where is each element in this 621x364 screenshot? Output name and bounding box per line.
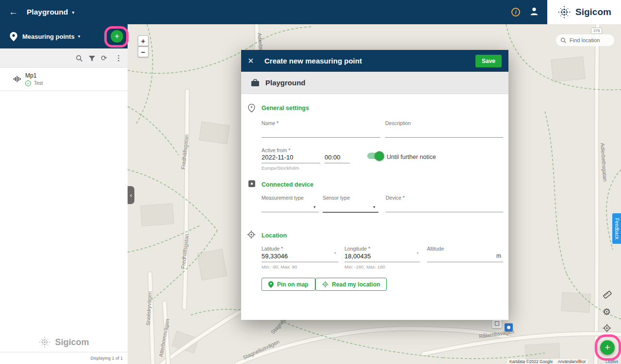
briefcase-icon — [251, 79, 260, 87]
topbar: ← Playground ▾ i — [0, 0, 621, 24]
collapse-icon: ‹ — [130, 191, 132, 199]
pin-on-map-label: Pin on map — [277, 281, 309, 288]
location-crosshair-icon — [247, 230, 256, 239]
active-from-label: Active from * — [261, 147, 291, 153]
altitude-label: Altitude — [427, 246, 444, 252]
sidebar-title[interactable]: Measuring points — [22, 33, 75, 40]
sensor-type-select[interactable] — [323, 212, 378, 213]
close-icon[interactable]: × — [248, 55, 260, 66]
chevron-down-icon[interactable]: ▾ — [313, 205, 316, 209]
my-location-button[interactable] — [603, 324, 611, 334]
toggle-thumb — [375, 151, 384, 161]
chevron-down-icon[interactable]: ▾ — [373, 205, 376, 209]
map-attribution: Kartdata ©2022 Google Användarvillkor — [507, 359, 588, 364]
marker-dot — [507, 326, 510, 329]
measurement-type-label: Measurement type — [261, 195, 304, 201]
name-field[interactable] — [261, 137, 380, 138]
measure-tool-button[interactable] — [603, 290, 612, 301]
until-further-notice-toggle[interactable] — [367, 153, 383, 159]
timezone-label: Europe/Stockholm — [261, 165, 299, 171]
until-further-notice-label: Until further notice — [387, 154, 436, 160]
sidebar-footer-logo: Sigicom — [0, 336, 128, 348]
measuring-points-icon — [10, 32, 17, 41]
road-number-badge: 275 — [591, 28, 602, 34]
active-from-date-field[interactable]: 2022-11-10 — [261, 154, 294, 161]
feedback-tab[interactable]: Feedback — [612, 213, 621, 244]
find-location-search[interactable]: Find location — [556, 34, 614, 46]
pin-icon — [248, 104, 255, 112]
active-from-time-underline — [325, 163, 350, 163]
leaflet-credit[interactable]: Leaflet — [605, 359, 618, 364]
chevron-down-icon[interactable]: ▾ — [72, 10, 74, 15]
read-my-location-button[interactable]: Read my location — [315, 278, 387, 291]
dialog-title: Create new measuring point — [264, 57, 362, 65]
pin-icon — [268, 281, 274, 288]
connected-device-title: Connected device — [261, 181, 313, 188]
measuring-point-list-item[interactable]: Mp1 ✓ Test — [0, 68, 128, 91]
map-data-credit: Kartdata ©2022 Google — [509, 359, 553, 364]
sigicom-logo-icon — [557, 5, 572, 19]
filter-button[interactable] — [89, 55, 95, 64]
create-measuring-point-dialog: × Create new measuring point Save Playgr… — [241, 50, 508, 320]
zoom-out-button[interactable]: − — [138, 47, 148, 57]
location-title: Location — [261, 232, 287, 239]
altitude-field[interactable] — [427, 262, 503, 262]
measuring-point-status: Test — [34, 80, 43, 86]
longitude-hint: Min: -180, Max: 180 — [344, 264, 385, 269]
user-avatar-icon — [529, 6, 539, 16]
more-options-button[interactable]: ⋮ — [115, 54, 122, 62]
gear-icon: ⚙ — [603, 307, 611, 317]
info-icon: i — [515, 9, 516, 15]
longitude-label: Longitude * — [344, 246, 370, 252]
search-button[interactable] — [76, 55, 83, 64]
save-button[interactable]: Save — [475, 55, 502, 67]
longitude-underline — [344, 262, 420, 262]
dialog-project-row: Playground — [241, 72, 508, 94]
latitude-field[interactable]: 59,33046 — [261, 253, 288, 260]
active-from-time-field[interactable]: 00:00 — [325, 154, 341, 161]
brand-name: Sigicom — [575, 7, 611, 17]
number-stepper-icon[interactable]: ▴ — [417, 251, 419, 254]
sidebar-header: Measuring points ▾ + — [0, 24, 128, 48]
dialog-project-name: Playground — [265, 79, 306, 87]
gps-crosshair-icon — [322, 281, 328, 287]
info-button[interactable]: i — [511, 8, 520, 16]
list-count-label: Displaying 1 of 1 — [90, 356, 123, 361]
add-on-map-fab[interactable]: + — [600, 340, 615, 355]
map-settings-button[interactable]: ⚙ — [603, 306, 611, 317]
map-control-button[interactable] — [492, 318, 502, 328]
longitude-field[interactable]: 18,00435 — [344, 253, 371, 260]
device-icon — [248, 180, 256, 188]
account-button[interactable] — [529, 6, 539, 18]
description-label: Description — [385, 120, 411, 126]
name-label: Name * — [261, 120, 278, 126]
active-from-date-underline — [261, 163, 320, 163]
description-field[interactable] — [385, 137, 503, 138]
dialog-header: × Create new measuring point Save — [241, 50, 508, 72]
project-title[interactable]: Playground — [27, 8, 68, 16]
measurement-type-select[interactable] — [261, 212, 319, 212]
sidebar-footer-brand: Sigicom — [55, 337, 89, 348]
sigicom-logo-icon — [38, 336, 51, 348]
map-marker-control[interactable] — [505, 323, 513, 332]
filter-funnel-icon — [89, 56, 95, 62]
pin-on-map-button[interactable]: Pin on map — [261, 278, 315, 291]
chevron-down-icon[interactable]: ▾ — [78, 34, 81, 39]
divider — [0, 352, 128, 352]
device-field[interactable] — [386, 212, 503, 212]
terms-link[interactable]: Användarvillkor — [557, 359, 586, 364]
back-arrow-icon[interactable]: ← — [9, 7, 18, 17]
sidebar-collapse-handle[interactable]: ‹ — [128, 186, 134, 204]
device-label: Device * — [386, 195, 405, 201]
general-settings-title: General settings — [261, 105, 309, 111]
latitude-underline — [261, 262, 338, 262]
check-circle-icon: ✓ — [25, 80, 31, 86]
measuring-point-name: Mp1 — [25, 72, 36, 79]
add-measuring-point-button[interactable]: + — [111, 30, 123, 43]
zoom-in-button[interactable]: + — [138, 35, 148, 46]
refresh-button[interactable]: ⟳ — [101, 54, 107, 62]
gps-crosshair-icon — [603, 324, 611, 332]
sensor-type-label: Sensor type — [323, 195, 350, 201]
kebab-menu-icon: ⋮ — [115, 54, 122, 62]
number-stepper-icon[interactable]: ▴ — [334, 251, 336, 254]
